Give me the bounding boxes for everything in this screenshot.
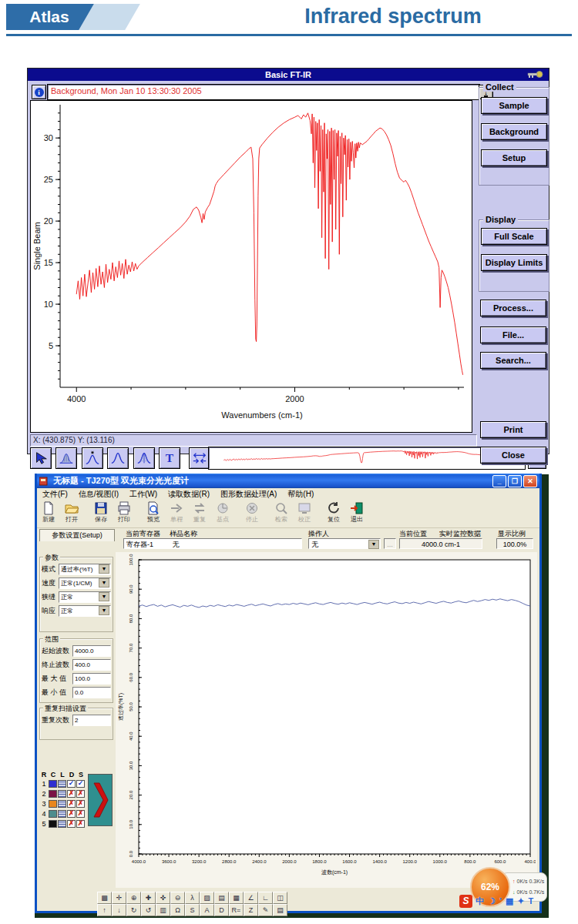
register-color-swatch[interactable] [49, 810, 57, 818]
tj-chart[interactable]: 0.010.020.030.040.050.060.070.080.090.01… [116, 552, 537, 888]
graph-tool-button[interactable]: ↑ [97, 904, 112, 916]
sogou-logo-icon[interactable]: S [459, 895, 472, 908]
register-display-checkbox[interactable]: ✗ [67, 820, 76, 828]
register-linestyle-cell[interactable] [58, 780, 66, 788]
repeat-icon [192, 500, 207, 516]
graph-tool-button[interactable]: R= [229, 904, 244, 916]
register-display-checkbox[interactable]: ✗ [67, 790, 76, 798]
info-button[interactable]: i [32, 85, 46, 99]
register-color-swatch[interactable] [49, 820, 57, 828]
input-bar-icon[interactable]: ▦ [506, 896, 513, 906]
toolbar-exit-button[interactable]: 退出 [345, 500, 368, 526]
more-button[interactable]: ... [384, 538, 396, 549]
register-display-checkbox[interactable]: ✗ [67, 800, 76, 808]
combo-arrow-icon[interactable]: ▼ [99, 578, 109, 588]
toolbar-reset-button[interactable]: 复位 [322, 500, 345, 526]
peak-outline-button[interactable] [107, 447, 129, 469]
param-value[interactable]: 4000.0 [72, 645, 111, 657]
param-value[interactable]: 400.0 [72, 659, 111, 671]
display-limits-button[interactable]: Display Limits [481, 254, 547, 271]
register-save-checkbox[interactable]: ✗ [76, 820, 85, 828]
graph-tool-button[interactable]: ↓ [112, 904, 126, 916]
graph-tool-button[interactable]: ▤ [273, 904, 287, 916]
run-indicator-panel[interactable] [88, 774, 113, 826]
menu-item[interactable]: 读取数据(R) [168, 489, 210, 500]
peak-area-hatched-button[interactable] [55, 447, 77, 469]
input-bar-icon[interactable]: ’ [499, 896, 502, 906]
full-scale-button[interactable]: Full Scale [481, 228, 547, 245]
search-button[interactable]: Search... [480, 352, 546, 369]
toolbar-save-button[interactable]: 保存 [89, 500, 113, 526]
input-bar-icon[interactable]: 中 [476, 896, 484, 907]
operator-combo[interactable]: 无 ▼ [308, 538, 381, 549]
menu-item[interactable]: 图形数据处理(A) [220, 489, 277, 500]
param-value[interactable]: 100.0 [72, 673, 111, 685]
param-value[interactable]: 正常(1/CM)▼ [59, 578, 111, 589]
register-display-checkbox[interactable]: ✓ [67, 780, 76, 788]
minimize-button[interactable]: _ [492, 475, 506, 487]
graph-tool-button[interactable]: ▥ [156, 904, 170, 916]
menu-item[interactable]: 信息/视图(I) [79, 489, 119, 500]
close-button[interactable]: Close [480, 447, 546, 464]
peak-height-hatched-button[interactable] [133, 447, 155, 469]
process-button[interactable]: Process... [480, 300, 546, 316]
toolbar-preview-button[interactable]: 预览 [142, 500, 165, 526]
register-color-swatch[interactable] [49, 800, 57, 808]
register-linestyle-cell[interactable] [58, 820, 66, 828]
input-bar-icon[interactable]: T [529, 896, 534, 906]
toolbar-open-button[interactable]: 打开 [60, 500, 83, 526]
ftir-chart[interactable]: 5101520253040002000Wavenumbers (cm-1)Sin… [30, 100, 472, 433]
tab-param-setup[interactable]: 参数设置(Setup) [39, 529, 115, 541]
param-value[interactable]: 正常▼ [59, 605, 111, 617]
text-annotation-button[interactable]: T [159, 447, 180, 469]
register-display-checkbox[interactable]: ✗ [67, 810, 76, 818]
param-value[interactable]: 2 [72, 715, 111, 726]
combo-arrow-icon[interactable]: ▼ [99, 606, 109, 615]
peak-pick-cursor-button[interactable] [82, 447, 103, 469]
close-window-button[interactable]: ✕ [523, 475, 537, 487]
combo-arrow-icon[interactable]: ▼ [368, 540, 379, 549]
spectrum-overview-strip[interactable] [209, 447, 525, 469]
param-value[interactable]: 通过率(%T)▼ [59, 564, 111, 575]
input-bar-icon[interactable]: ☽ [488, 896, 496, 906]
menu-item[interactable]: 工作(W) [129, 489, 157, 500]
setup-button[interactable]: Setup [481, 149, 547, 166]
register-linestyle-cell[interactable] [58, 800, 66, 808]
toolbar-print-button[interactable]: 打印 [113, 500, 136, 526]
combo-arrow-icon[interactable]: ▼ [99, 592, 109, 601]
maximize-button[interactable]: ❐ [508, 475, 522, 487]
sample-button[interactable]: Sample [481, 97, 547, 114]
menu-item[interactable]: 帮助(H) [287, 489, 314, 500]
toolbar-new-button[interactable]: 新建 [37, 500, 60, 526]
graph-tool-button[interactable]: S [185, 904, 200, 916]
param-value[interactable]: 0.0 [72, 687, 111, 698]
register-save-checkbox[interactable]: ✓ [76, 780, 85, 788]
graph-tool-button[interactable]: D [214, 904, 229, 916]
register-linestyle-cell[interactable] [58, 810, 66, 818]
graph-tool-button[interactable]: A [200, 904, 214, 916]
full-width-button[interactable] [189, 447, 210, 469]
spectrum-title-field[interactable]: Background, Mon Jan 10 13:30:30 2005 [48, 85, 479, 99]
graph-tool-button[interactable]: ↺ [141, 904, 156, 916]
background-button[interactable]: Background [481, 123, 547, 140]
select-cursor-button[interactable] [30, 447, 52, 469]
combo-arrow-icon[interactable]: ▼ [99, 564, 109, 574]
register-save-checkbox[interactable]: ✗ [76, 810, 85, 818]
register-combo[interactable]: 寄存器-1 无 [123, 538, 302, 549]
ftir-titlebar[interactable]: Basic FT-IR [28, 69, 549, 81]
register-save-checkbox[interactable]: ✗ [76, 800, 85, 808]
register-save-checkbox[interactable]: ✗ [76, 790, 85, 798]
graph-tool-button[interactable]: Ω [170, 904, 185, 916]
graph-tool-button[interactable]: ↻ [126, 904, 141, 916]
graph-tool-button[interactable]: ✎ [258, 904, 273, 916]
register-color-swatch[interactable] [49, 790, 57, 798]
input-bar-icon[interactable]: ✦ [517, 896, 524, 906]
param-value[interactable]: 正常▼ [59, 591, 111, 603]
print-button[interactable]: Print [480, 421, 546, 438]
graph-tool-button[interactable]: Z [244, 904, 258, 916]
menu-item[interactable]: 文件(F) [42, 489, 68, 500]
tj270-titlebar[interactable]: 无标题 - TJ270型 双光束分光光度计 _ ❐ ✕ [37, 474, 539, 488]
register-color-swatch[interactable] [49, 780, 57, 788]
file-button[interactable]: File... [480, 326, 546, 343]
register-linestyle-cell[interactable] [58, 790, 66, 798]
